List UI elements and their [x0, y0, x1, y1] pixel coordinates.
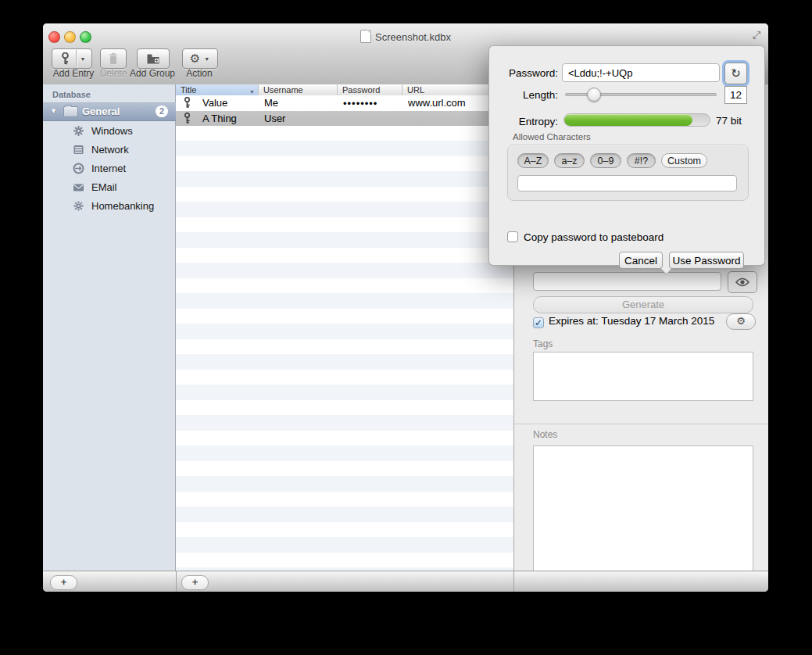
cell-url: www.url.com	[408, 97, 500, 109]
entry-password-input[interactable]	[533, 272, 721, 291]
divider	[176, 571, 177, 592]
table-row[interactable]: Value Me •••••••• www.url.com	[176, 95, 513, 111]
expires-label: Expires at: Tuesday 17 March 2015	[549, 315, 714, 327]
action-button[interactable]: ⚙ ▼	[182, 48, 218, 69]
column-header-username[interactable]: Username	[259, 84, 338, 95]
cell-title: A Thing	[202, 113, 257, 124]
password-generator-popover: Password: ↻ Length: 12 Entropy: 77 bit A…	[488, 45, 765, 266]
chevron-down-icon[interactable]: ▼	[77, 56, 90, 62]
cell-password: ••••••••	[343, 97, 402, 110]
key-icon	[184, 97, 191, 109]
entropy-fill	[564, 114, 692, 126]
envelope-icon	[73, 181, 84, 193]
app-window: Screenshot.kdbx ⤢ ▼ Add Entry Delete Add…	[43, 23, 768, 592]
sidebar: Database ▼ General 2 Windows Network Int…	[43, 84, 176, 571]
sidebar-item-label: Network	[91, 144, 129, 156]
refresh-icon: ↻	[731, 66, 741, 80]
notes-field[interactable]	[533, 446, 753, 590]
cancel-button[interactable]: Cancel	[619, 252, 663, 269]
slider-knob[interactable]	[587, 88, 601, 102]
sidebar-item-label: EMail	[91, 181, 117, 193]
length-label: Length:	[492, 89, 558, 101]
sidebar-item-label: Windows	[91, 125, 133, 137]
globe-icon	[73, 163, 84, 174]
length-value[interactable]: 12	[724, 86, 747, 104]
section-divider	[514, 424, 768, 424]
charset-lowercase-toggle[interactable]: a–z	[554, 153, 585, 168]
charset-digits-toggle[interactable]: 0–9	[590, 153, 621, 168]
add-entry-button[interactable]: ▼	[52, 48, 92, 69]
action-label: Action	[182, 68, 216, 79]
tags-label: Tags	[533, 338, 553, 349]
delete-button[interactable]	[100, 48, 127, 69]
charset-uppercase-toggle[interactable]: A–Z	[517, 153, 549, 168]
folder-icon	[63, 106, 78, 117]
add-group-button[interactable]	[137, 48, 170, 69]
cell-username: Me	[264, 97, 336, 109]
use-password-button[interactable]: Use Password	[669, 252, 744, 269]
sort-indicator-icon: ▼	[249, 87, 255, 95]
table-row-selected[interactable]: A Thing User	[176, 111, 513, 127]
sidebar-item-homebanking[interactable]: Homebanking	[43, 199, 176, 213]
entropy-bar	[563, 113, 710, 127]
key-icon	[55, 52, 76, 65]
reveal-password-button[interactable]	[728, 271, 757, 293]
folder-plus-icon	[146, 53, 160, 65]
expires-checkbox[interactable]: ✓	[533, 317, 544, 328]
expires-row: ✓ Expires at: Tuesday 17 March 2015 ⚙	[533, 315, 767, 331]
copy-password-row: Copy password to pasteboard	[507, 231, 518, 244]
sidebar-item-label: Homebanking	[91, 200, 154, 212]
server-icon	[73, 144, 84, 156]
delete-label: Delete	[98, 68, 129, 79]
copy-password-checkbox[interactable]	[507, 231, 518, 242]
cell-username: User	[264, 113, 336, 124]
add-entry-footer-button[interactable]: +	[181, 575, 209, 590]
gear-icon	[73, 200, 84, 212]
window-title: Screenshot.kdbx	[43, 30, 768, 43]
document-icon	[360, 30, 371, 43]
refresh-password-button[interactable]: ↻	[724, 63, 747, 84]
trash-icon	[108, 52, 119, 65]
entropy-label: Entropy:	[492, 116, 558, 127]
add-group-footer-button[interactable]: +	[50, 575, 77, 590]
column-header-password[interactable]: Password	[338, 84, 402, 95]
sidebar-item-label: Internet	[91, 163, 126, 174]
sidebar-item-windows[interactable]: Windows	[43, 123, 176, 138]
allowed-characters-label: Allowed Characters	[513, 132, 591, 141]
key-icon	[184, 113, 191, 124]
divider	[513, 571, 514, 592]
entry-count-badge: 2	[156, 106, 168, 117]
sidebar-item-network[interactable]: Network	[43, 142, 176, 157]
add-group-label: Add Group	[127, 68, 177, 79]
notes-label: Notes	[533, 429, 557, 440]
table-header: Title ▼ Username Password URL Notes	[176, 84, 513, 96]
chevron-down-icon[interactable]: ▼	[200, 56, 213, 62]
charset-symbols-toggle[interactable]: #!?	[627, 153, 656, 168]
column-header-title[interactable]: Title ▼	[176, 84, 259, 95]
bottom-bar: + +	[43, 571, 768, 592]
entry-table: Title ▼ Username Password URL Notes Valu…	[176, 84, 513, 571]
charset-custom-toggle[interactable]: Custom	[661, 153, 707, 168]
sidebar-group-general[interactable]: ▼ General 2	[43, 102, 176, 121]
generated-password-input[interactable]	[562, 63, 720, 82]
copy-password-label: Copy password to pasteboard	[524, 231, 664, 243]
add-entry-label: Add Entry	[49, 68, 98, 79]
generate-button[interactable]: Generate	[533, 296, 753, 313]
password-label: Password:	[492, 67, 558, 79]
length-slider[interactable]	[565, 93, 717, 96]
eye-icon	[735, 277, 749, 287]
custom-characters-input[interactable]	[517, 175, 737, 191]
sidebar-section-header: Database	[52, 90, 91, 99]
allowed-characters-box: A–Z a–z 0–9 #!? Custom	[507, 145, 749, 201]
expires-gear-button[interactable]: ⚙	[726, 313, 756, 330]
sidebar-item-internet[interactable]: Internet	[43, 161, 176, 176]
gear-icon	[73, 125, 84, 137]
fullscreen-icon[interactable]: ⤢	[750, 29, 763, 41]
tags-field[interactable]	[533, 352, 753, 401]
cell-title: Value	[202, 97, 257, 109]
gear-icon: ⚙	[187, 52, 200, 66]
disclosure-triangle-icon[interactable]: ▼	[50, 107, 57, 115]
sidebar-item-email[interactable]: EMail	[43, 180, 176, 195]
entropy-value: 77 bit	[716, 115, 742, 127]
column-header-url[interactable]: URL	[402, 84, 500, 95]
